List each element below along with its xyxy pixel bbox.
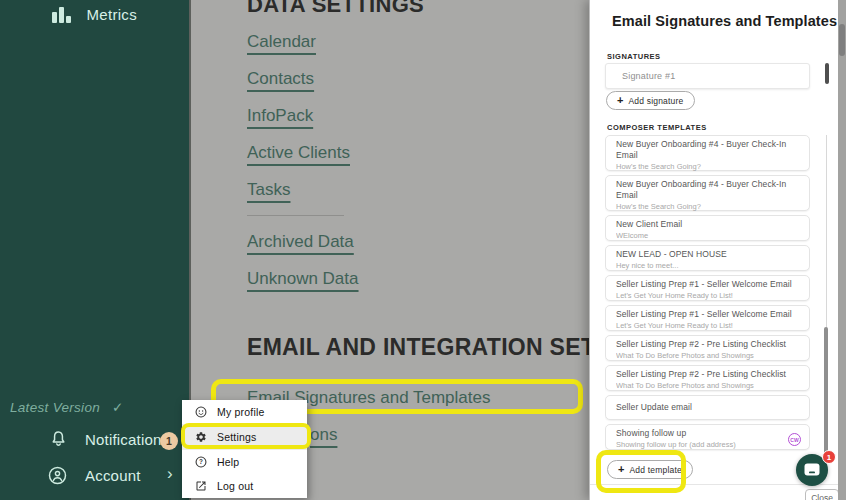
notifications-label: Notifications (85, 431, 169, 448)
sidebar-item-metrics[interactable]: Metrics (52, 6, 137, 23)
page-scrollbar[interactable] (838, 0, 846, 500)
gear-icon (195, 431, 207, 443)
template-card[interactable]: Seller Listing Prep #2 - Pre Listing Che… (605, 365, 810, 391)
template-title: New Client Email (616, 219, 799, 230)
notifications-badge: 1 (160, 432, 178, 450)
template-subtitle: What To Do Before Photos and Showings (616, 381, 799, 390)
signatures-section-label: SIGNATURES (607, 52, 661, 61)
template-subtitle: How's the Search Going? (616, 202, 799, 211)
signature-name: Signature #1 (622, 71, 675, 81)
email-signatures-panel: Email Signatures and Templates SIGNATURE… (589, 0, 846, 500)
chat-icon (803, 462, 821, 478)
chat-notification-badge: 1 (822, 450, 836, 464)
template-title: Seller Listing Prep #1 - Seller Welcome … (616, 279, 799, 290)
template-subtitle: Let's Get Your Home Ready to List! (616, 321, 799, 330)
add-signature-button[interactable]: + Add signature (606, 91, 695, 110)
account-icon (48, 466, 67, 485)
template-subtitle: Let's Get Your Home Ready to List! (616, 291, 799, 300)
bell-icon (50, 430, 67, 448)
sidebar: Metrics Latest Version ✓ Notifications A… (0, 0, 191, 500)
menu-item-help[interactable]: ? Help (182, 450, 307, 474)
template-subtitle: Showing follow up for (add address) (616, 440, 799, 449)
menu-item-log-out[interactable]: Log out (182, 474, 307, 498)
menu-label: My profile (217, 406, 265, 418)
logout-icon (195, 480, 207, 492)
menu-item-my-profile[interactable]: My profile (182, 400, 307, 424)
template-title: Showing follow up (616, 428, 799, 439)
composer-templates-section-label: COMPOSER TEMPLATES (607, 123, 707, 132)
account-label: Account (85, 467, 141, 484)
check-icon: ✓ (112, 400, 124, 415)
template-card[interactable]: Seller Update email (605, 395, 810, 420)
add-template-button[interactable]: + Add template (607, 460, 693, 479)
owner-badge: CW (788, 433, 801, 446)
account-dropdown-menu: My profile Settings ? Help Log out (182, 400, 307, 498)
link-calendar[interactable]: Calendar (247, 32, 316, 52)
template-title: Seller Listing Prep #2 - Pre Listing Che… (616, 339, 799, 350)
template-subtitle: Hey nice to meet... (616, 261, 799, 270)
link-tasks[interactable]: Tasks (247, 180, 290, 200)
chevron-right-icon: › (167, 464, 173, 484)
page-scrollbar-thumb[interactable] (839, 24, 845, 56)
template-subtitle: How's the Search Going? (616, 162, 799, 171)
section-divider (247, 215, 344, 216)
template-title: Seller Listing Prep #2 - Pre Listing Che… (616, 369, 799, 380)
template-card[interactable]: NEW LEAD - OPEN HOUSE Hey nice to meet..… (605, 245, 810, 271)
link-archived-data[interactable]: Archived Data (247, 232, 354, 252)
template-title: New Buyer Onboarding #4 - Buyer Check-In… (616, 179, 799, 201)
menu-item-settings[interactable]: Settings (182, 424, 307, 450)
link-active-clients[interactable]: Active Clients (247, 143, 350, 163)
sidebar-item-notifications[interactable]: Notifications (50, 430, 169, 448)
plus-icon: + (617, 95, 623, 106)
metrics-label: Metrics (87, 6, 137, 23)
menu-label: Help (217, 456, 239, 468)
link-contacts[interactable]: Contacts (247, 69, 314, 89)
template-title: NEW LEAD - OPEN HOUSE (616, 249, 799, 260)
partial-link[interactable]: ons (310, 425, 337, 445)
profile-icon (195, 406, 207, 418)
bar-chart-icon (52, 6, 71, 23)
template-title: Seller Update email (616, 402, 692, 413)
template-card[interactable]: New Buyer Onboarding #4 - Buyer Check-In… (605, 135, 810, 171)
sidebar-item-account[interactable]: Account (48, 466, 141, 485)
template-list: New Buyer Onboarding #4 - Buyer Check-In… (605, 135, 810, 455)
template-subtitle: WElcome (616, 231, 799, 240)
template-card[interactable]: New Client Email WElcome (605, 215, 810, 241)
template-card[interactable]: Seller Listing Prep #2 - Pre Listing Che… (605, 335, 810, 361)
template-title: New Buyer Onboarding #4 - Buyer Check-In… (616, 139, 799, 161)
latest-version-text: Latest Version ✓ (10, 399, 124, 415)
template-card[interactable]: New Buyer Onboarding #4 - Buyer Check-In… (605, 175, 810, 211)
menu-label: Settings (217, 431, 257, 443)
templates-scrollbar-thumb[interactable] (824, 327, 828, 458)
help-icon: ? (195, 456, 207, 468)
plus-icon: + (618, 464, 624, 475)
link-infopack[interactable]: InfoPack (247, 106, 313, 126)
template-card[interactable]: Seller Listing Prep #1 - Seller Welcome … (605, 305, 810, 331)
template-title: Seller Listing Prep #1 - Seller Welcome … (616, 309, 799, 320)
menu-label: Log out (217, 480, 253, 492)
close-button[interactable]: Close (805, 489, 839, 500)
signatures-scrollbar-thumb[interactable] (825, 63, 829, 84)
svg-text:?: ? (199, 458, 203, 465)
link-unknown-data[interactable]: Unknown Data (247, 269, 359, 289)
panel-title: Email Signatures and Templates (612, 13, 837, 29)
template-subtitle: What To Do Before Photos and Showings (616, 351, 799, 360)
template-card[interactable]: Showing follow up Showing follow up for … (605, 424, 810, 450)
template-card[interactable]: Seller Listing Prep #1 - Seller Welcome … (605, 275, 810, 301)
data-settings-heading: DATA SETTINGS (247, 0, 424, 18)
signature-list-item[interactable]: Signature #1 (605, 63, 810, 89)
